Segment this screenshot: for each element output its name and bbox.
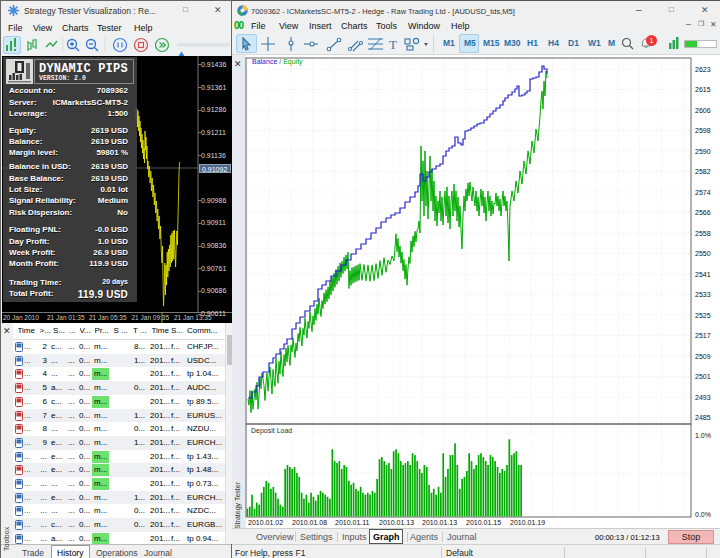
- svg-text:T: T: [389, 37, 397, 52]
